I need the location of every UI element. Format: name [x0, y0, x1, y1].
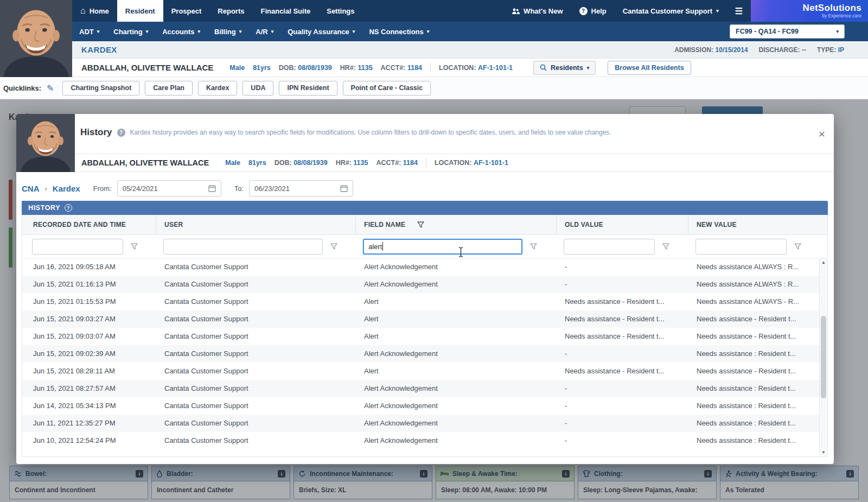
whats-new-label: What's New [524, 7, 563, 15]
nav-home[interactable]: ⌂ Home [72, 0, 117, 22]
nav-resident[interactable]: Resident [117, 0, 163, 22]
cell-new-value: Needs assistance : Resident t... [688, 415, 827, 432]
menu-ar[interactable]: A/R▾ [248, 28, 280, 36]
chevron-down-icon: ▾ [716, 8, 719, 14]
cell-new-value: Needs assistance - Resident t... [688, 328, 827, 345]
facility-select[interactable]: FC99 - QA14 - FC99 ▾ [730, 24, 845, 39]
cell-new-value: Needs assistance : Resident t... [688, 345, 827, 363]
facility-select-value: FC99 - QA14 - FC99 [736, 28, 799, 35]
table-row[interactable]: Jun 15, 2021 08:28:11 AM Cantata Custome… [22, 363, 827, 380]
table-header-row: RECORDED DATE AND TIME USER FIELD NAME O… [22, 215, 827, 235]
date-filter-input[interactable] [32, 239, 123, 255]
new-value-filter-icon[interactable] [794, 243, 801, 250]
field-name-filter-icon[interactable] [417, 221, 424, 228]
type-value: IP [838, 46, 844, 54]
cell-new-value: Needs assistance - Resident t... [688, 363, 827, 380]
old-value-filter-input[interactable] [564, 239, 655, 255]
user-filter-input[interactable] [163, 239, 323, 255]
table-row[interactable]: Jun 15, 2021 01:16:13 PM Cantata Custome… [22, 276, 827, 293]
menu-billing[interactable]: Billing▾ [207, 28, 248, 36]
whats-new-button[interactable]: What's New [503, 0, 571, 22]
calendar-icon[interactable] [340, 185, 348, 192]
cell-old-value: Needs assistance - Resident t... [557, 328, 688, 345]
from-date-input[interactable]: 05/24/2021 [117, 180, 221, 196]
field-name-filter-funnel-icon[interactable] [530, 243, 537, 250]
chevron-down-icon: ▾ [239, 29, 242, 34]
chevron-down-icon: ▾ [271, 29, 274, 34]
table-row[interactable]: Jun 14, 2021 05:34:13 PM Cantata Custome… [22, 397, 827, 415]
edit-quicklinks-icon[interactable]: ✎ [47, 83, 54, 93]
cell-user: Cantata Customer Support [156, 276, 356, 293]
section-help-icon[interactable]: ? [65, 204, 72, 212]
menu-quality-assurance[interactable]: Quality Assurance▾ [280, 28, 362, 36]
date-filter-icon[interactable] [131, 243, 138, 250]
cell-field: Alert Acknowledgement [356, 380, 557, 397]
app-window: ⌂ Home Resident Prospect Reports Financi… [0, 0, 868, 502]
quicklink-point-of-care[interactable]: Point of Care - Classic [343, 81, 431, 96]
table-row[interactable]: Jun 16, 2021 09:05:18 AM Cantata Custome… [22, 258, 827, 276]
quicklink-uda[interactable]: UDA [242, 81, 273, 96]
browse-all-residents-button[interactable]: Browse All Residents [608, 61, 691, 75]
quicklink-charting-snapshot[interactable]: Charting Snapshot [62, 81, 139, 96]
nav-prospect[interactable]: Prospect [163, 0, 210, 22]
quicklink-ipn-resident[interactable]: IPN Resident [279, 81, 337, 96]
to-date-input[interactable]: 06/23/2021 [249, 180, 353, 196]
chevron-down-icon: ▾ [427, 29, 430, 34]
table-row[interactable]: Jun 15, 2021 09:03:27 AM Cantata Custome… [22, 310, 827, 328]
menu-ns-connections[interactable]: NS Connections▾ [362, 28, 436, 36]
quicklink-kardex[interactable]: Kardex [198, 81, 237, 96]
residents-search-button[interactable]: Residents ▾ [533, 61, 596, 75]
main-menu-button[interactable]: ☰ [727, 0, 751, 22]
cell-old-value: Needs assistance - Resident t... [557, 363, 688, 380]
support-menu[interactable]: Cantata Customer Support ▾ [615, 0, 727, 22]
nav-settings[interactable]: Settings [318, 0, 362, 22]
close-icon[interactable]: × [819, 128, 825, 139]
table-row[interactable]: Jun 15, 2021 09:03:07 AM Cantata Custome… [22, 328, 827, 345]
quicklink-care-plan[interactable]: Care Plan [145, 81, 193, 96]
scroll-down-icon[interactable]: ▼ [820, 448, 827, 456]
page-header: KARDEX ADMISSION: 10/15/2014 DISCHARGE: … [0, 41, 868, 59]
home-icon: ⌂ [80, 7, 86, 15]
nav-reports[interactable]: Reports [209, 0, 252, 22]
location-label: LOCATION: [439, 64, 476, 72]
scroll-up-icon[interactable]: ▲ [820, 258, 827, 266]
nav-financial-suite[interactable]: Financial Suite [252, 0, 318, 22]
cell-new-value: Needs assistance ALWAYS : R... [688, 276, 827, 293]
people-icon [512, 8, 520, 15]
help-button[interactable]: ? Help [571, 0, 615, 22]
table-row[interactable]: Jun 15, 2021 08:27:57 AM Cantata Custome… [22, 380, 827, 397]
menu-quality-assurance-label: Quality Assurance [288, 28, 349, 36]
hr-label: HR#: [340, 64, 356, 72]
table-scrollbar[interactable]: ▲ ▼ [819, 258, 827, 456]
cell-date: Jun 15, 2021 01:16:13 PM [22, 276, 156, 293]
new-value-filter-input[interactable] [695, 239, 787, 255]
old-value-filter-icon[interactable] [662, 243, 669, 250]
history-section-header: HISTORY ? [22, 201, 828, 215]
user-filter-icon[interactable] [330, 243, 337, 250]
menu-charting[interactable]: Charting▾ [106, 28, 155, 36]
cell-new-value: Needs assistance ALWAYS : R... [688, 258, 827, 276]
breadcrumb-cna-link[interactable]: CNA [22, 184, 40, 193]
breadcrumb-kardex-link[interactable]: Kardex [53, 184, 80, 193]
history-help-icon[interactable]: ? [117, 129, 125, 137]
patient-photo [0, 0, 72, 77]
menu-adt[interactable]: ADT▾ [72, 28, 106, 36]
cell-date: Jun 15, 2021 09:02:39 AM [22, 345, 156, 363]
cell-user: Cantata Customer Support [156, 345, 356, 363]
scrollbar-thumb[interactable] [821, 316, 826, 398]
cell-date: Jun 15, 2021 08:28:11 AM [22, 363, 156, 380]
field-name-filter-input[interactable]: alert [363, 239, 522, 255]
table-row[interactable]: Jun 15, 2021 09:02:39 AM Cantata Custome… [22, 345, 827, 363]
table-row[interactable]: Jun 15, 2021 01:15:53 PM Cantata Custome… [22, 293, 827, 310]
text-caret [382, 242, 383, 251]
column-header-new-value: NEW VALUE [688, 215, 827, 234]
table-row[interactable]: Jun 10, 2021 12:54:24 PM Cantata Custome… [22, 432, 827, 449]
table-row[interactable]: Jun 11, 2021 12:35:27 PM Cantata Custome… [22, 415, 827, 432]
cell-new-value: Needs assistance - Resident t... [688, 310, 827, 328]
top-navigation-bar: ⌂ Home Resident Prospect Reports Financi… [0, 0, 868, 22]
location-value: AF-1-101-1 [474, 159, 508, 167]
menu-accounts[interactable]: Accounts▾ [155, 28, 207, 36]
admission-value: 10/15/2014 [716, 46, 748, 54]
field-name-filter-value: alert [368, 243, 382, 251]
calendar-icon[interactable] [208, 185, 216, 192]
